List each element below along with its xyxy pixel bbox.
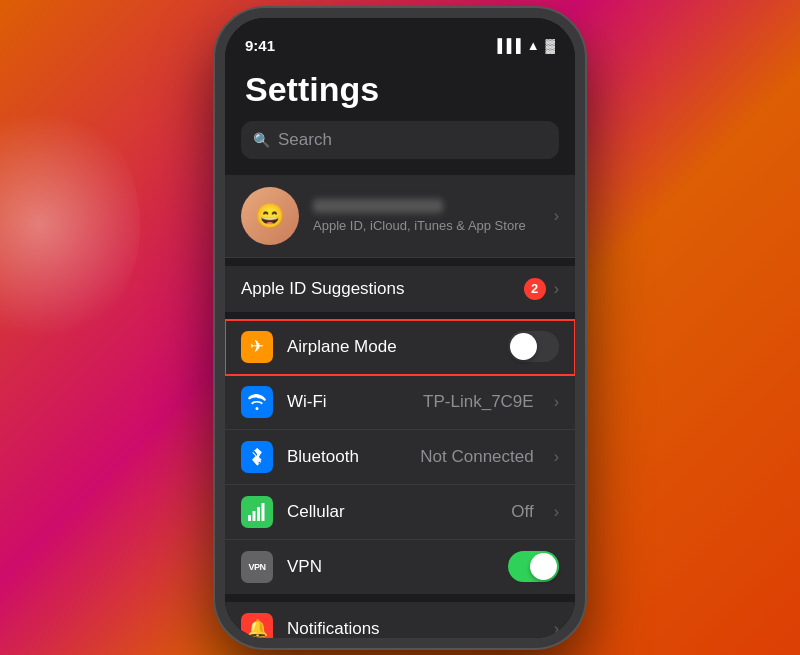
bluetooth-icon [241,441,273,473]
wifi-chevron: › [554,393,559,411]
vpn-toggle-knob [530,553,557,580]
wifi-row[interactable]: Wi-Fi TP-Link_7C9E › [225,375,575,430]
airplane-mode-row[interactable]: ✈ Airplane Mode [225,320,575,375]
status-bar: 9:41 ▐▐▐ ▲ ▓ [225,18,575,62]
suggestions-badge: 2 [524,278,546,300]
suggestions-chevron: › [554,280,559,298]
cellular-value: Off [511,502,533,522]
search-icon: 🔍 [253,132,270,148]
settings-content[interactable]: Settings 🔍 Search 😄 Apple ID, iCloud, iT… [225,62,575,638]
svg-rect-1 [253,511,256,521]
bluetooth-label: Bluetooth [287,447,406,467]
svg-rect-2 [257,507,260,521]
phone-screen: 9:41 ▐▐▐ ▲ ▓ Settings 🔍 Search [225,18,575,638]
svg-rect-3 [262,503,265,521]
airplane-mode-label: Airplane Mode [287,337,494,357]
cellular-chevron: › [554,503,559,521]
bluetooth-value: Not Connected [420,447,533,467]
airplane-mode-toggle-knob [510,333,537,360]
svg-rect-0 [248,515,251,521]
suggestions-section: Apple ID Suggestions 2 › [225,266,575,312]
apple-id-name-blurred [313,199,443,213]
apple-id-section: 😄 Apple ID, iCloud, iTunes & App Store › [225,175,575,258]
search-bar[interactable]: 🔍 Search [241,121,559,159]
vpn-label: VPN [287,557,494,577]
wifi-icon [241,386,273,418]
main-settings-section: ✈ Airplane Mode Wi-Fi [225,320,575,594]
cellular-label: Cellular [287,502,497,522]
phone-wrapper: 9:41 ▐▐▐ ▲ ▓ Settings 🔍 Search [215,8,585,648]
page-title: Settings [225,62,575,121]
suggestions-label: Apple ID Suggestions [241,279,524,299]
apple-id-row[interactable]: 😄 Apple ID, iCloud, iTunes & App Store › [225,175,575,258]
notifications-section: 🔔 Notifications › 🔊 Sounds & Haptics › 🌙… [225,602,575,638]
notifications-label: Notifications [287,619,540,638]
battery-icon: ▓ [546,38,555,53]
status-time: 9:41 [245,37,275,54]
signal-icon: ▐▐▐ [493,38,521,53]
vpn-row[interactable]: VPN VPN [225,540,575,594]
bluetooth-row[interactable]: Bluetooth Not Connected › [225,430,575,485]
vpn-icon: VPN [241,551,273,583]
avatar: 😄 [241,187,299,245]
notifications-row[interactable]: 🔔 Notifications › [225,602,575,638]
airplane-mode-toggle[interactable] [508,331,559,362]
cellular-row[interactable]: Cellular Off › [225,485,575,540]
airplane-mode-icon: ✈ [241,331,273,363]
notifications-icon: 🔔 [241,613,273,638]
wifi-value: TP-Link_7C9E [423,392,534,412]
apple-id-subtitle: Apple ID, iCloud, iTunes & App Store [313,218,540,233]
apple-id-info: Apple ID, iCloud, iTunes & App Store [313,199,540,233]
wifi-label: Wi-Fi [287,392,409,412]
suggestions-row[interactable]: Apple ID Suggestions 2 › [225,266,575,312]
wifi-status-icon: ▲ [527,38,540,53]
notifications-chevron: › [554,620,559,638]
apple-id-chevron: › [554,207,559,225]
phone-device: 9:41 ▐▐▐ ▲ ▓ Settings 🔍 Search [215,8,585,648]
search-placeholder: Search [278,130,332,150]
bluetooth-chevron: › [554,448,559,466]
vpn-toggle[interactable] [508,551,559,582]
status-icons: ▐▐▐ ▲ ▓ [493,38,555,53]
cellular-icon [241,496,273,528]
